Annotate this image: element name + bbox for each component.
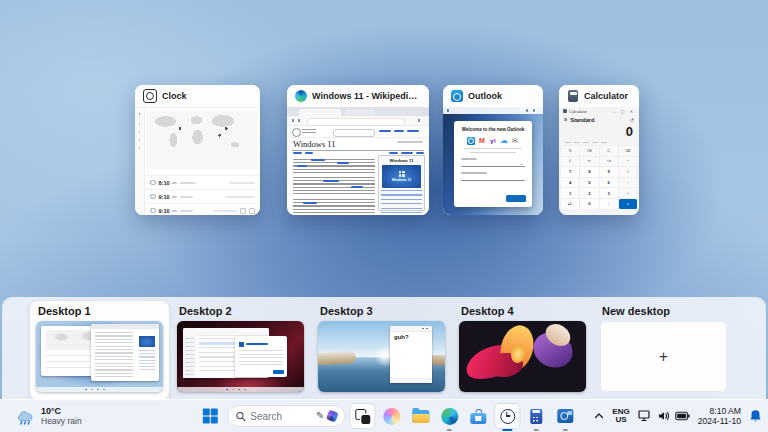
calc-key: ²√x: [600, 157, 618, 167]
shoreline-left: [318, 351, 356, 365]
battery-icon: [675, 411, 690, 421]
imap-mail-icon: ✉: [511, 137, 519, 145]
language-switcher[interactable]: ENG US: [612, 408, 629, 425]
chevron-up-icon: [594, 412, 604, 420]
search-input[interactable]: [250, 411, 302, 422]
outlook-provider-icon: [467, 137, 475, 145]
active-indicator: [502, 429, 512, 431]
keyboard-layout: US: [612, 416, 629, 425]
weather-widget[interactable]: 10°C Heavy rain: [8, 400, 88, 432]
edge-button[interactable]: [437, 404, 461, 428]
clock-app-button[interactable]: [495, 404, 519, 428]
desktop-1-thumbnail[interactable]: [36, 321, 163, 392]
desktop-4[interactable]: Desktop 4: [453, 301, 592, 400]
running-indicator: [447, 429, 452, 431]
desktop-2[interactable]: Desktop 2: [171, 301, 310, 400]
taskview-window-outlook[interactable]: Outlook Welcome to the new Outlook M y! …: [443, 85, 543, 215]
outlook-button[interactable]: [553, 404, 577, 428]
taskview-window-browser[interactable]: Windows 11 - Wikipedia and 1 more... Win…: [287, 85, 429, 215]
running-indicator: [563, 429, 568, 431]
wikipedia-logo-icon: [292, 128, 301, 137]
email-field: [461, 172, 525, 181]
infobox-rows: [381, 190, 422, 215]
calc-key: ÷: [619, 157, 637, 167]
taskview-window-clock[interactable]: Clock 8:10 am 9:10 am: [135, 85, 260, 215]
clock-app-icon: [500, 409, 515, 424]
calculator-window-preview: Calculator – ▢ ✕ ≡ Standard ↺ 0 % CE C ⌫…: [559, 107, 639, 215]
calc-equals-key: =: [619, 199, 637, 209]
search-icon: [235, 411, 246, 422]
inactive-tab: [345, 110, 375, 115]
window-title-bar: Calculator: [559, 85, 639, 107]
suggested-account-field: ⌄: [461, 158, 525, 167]
world-clock-list: 8:10 am 9:10 am 9:10 am: [145, 175, 260, 215]
chevron-down-icon: ⌄: [520, 160, 524, 166]
desktop-4-thumbnail[interactable]: [459, 321, 586, 392]
history-icon: ↺: [630, 117, 634, 123]
file-explorer-icon: [412, 410, 429, 423]
account-dropdown: ⌄: [461, 160, 525, 167]
hamburger-icon: ≡: [564, 115, 567, 124]
icloud-icon: ☁: [500, 137, 508, 145]
calculator-button[interactable]: [524, 404, 548, 428]
desktop-3-thumbnail[interactable]: guh?: [318, 321, 445, 392]
tray-time: 8:10 AM: [698, 406, 741, 416]
windows-logo-icon: [202, 408, 218, 424]
outlook-titlebar: [443, 107, 543, 114]
quick-settings[interactable]: [638, 410, 690, 422]
copilot-button[interactable]: [379, 404, 403, 428]
microsoft-store-button[interactable]: [466, 404, 490, 428]
visual-search-icon[interactable]: ✎: [316, 411, 324, 421]
taskview-window-calculator[interactable]: Calculator Calculator – ▢ ✕ ≡ Standard ↺…: [559, 85, 639, 215]
clock-time: 8:10: [159, 180, 170, 186]
new-desktop-tile[interactable]: +: [600, 321, 727, 392]
window-title: Outlook: [468, 91, 502, 101]
running-indicator: [534, 429, 539, 431]
notification-bell-icon[interactable]: [749, 409, 762, 423]
clock-time: 9:10: [159, 208, 170, 214]
search-highlights-icon[interactable]: [326, 410, 339, 423]
clock-date-widget[interactable]: 8:10 AM 2024-11-10: [698, 406, 741, 426]
edge-icon: [295, 90, 307, 102]
desktops-strip: Desktop 1 Desktop 2: [2, 297, 766, 400]
desktop-1[interactable]: Desktop 1: [30, 301, 169, 400]
article-text: [293, 159, 375, 212]
active-tab: [299, 109, 341, 116]
calc-key: 8: [580, 167, 598, 177]
article-infobox: Windows 11 Windows 11: [378, 155, 425, 211]
system-tray: ENG US 8:10 AM: [594, 400, 762, 432]
calculator-icon: [568, 90, 578, 102]
window-controls: – ▢ ✕: [613, 109, 635, 114]
new-desktop-label: New desktop: [602, 305, 727, 317]
desktop-label: Desktop 2: [179, 305, 304, 317]
promo-caption: Windows 11: [392, 178, 411, 182]
calc-key: 7: [561, 167, 579, 177]
desktop-2-thumbnail[interactable]: [177, 321, 304, 392]
infobox-title: Windows 11: [379, 158, 424, 163]
window-title: Calculator: [584, 91, 628, 101]
tray-overflow-button[interactable]: [594, 412, 604, 420]
microsoft-store-icon: [470, 409, 486, 424]
url-field: [307, 118, 405, 126]
clock-period: am: [172, 195, 177, 199]
new-desktop[interactable]: New desktop +: [594, 301, 733, 400]
browser-tab-bar: [287, 107, 429, 116]
calc-key: %: [561, 146, 579, 156]
edit-icon: [249, 208, 255, 214]
provider-icons-row: M y! ☁ ✉: [454, 136, 532, 145]
continue-button: [506, 195, 526, 202]
file-explorer-button[interactable]: [408, 404, 432, 428]
task-view-button[interactable]: [350, 404, 374, 428]
calc-key: 9: [600, 167, 618, 177]
clock-period: am: [172, 181, 177, 185]
welcome-title: Welcome to the new Outlook: [454, 127, 532, 132]
desktop-3[interactable]: Desktop 3 guh?: [312, 301, 451, 400]
calc-key: 1: [561, 188, 579, 198]
wiki-search-box: [333, 129, 375, 137]
search-box[interactable]: ✎: [227, 405, 345, 427]
world-map: [147, 111, 257, 169]
calc-key: 2: [580, 188, 598, 198]
city-label-bar: [180, 210, 193, 212]
clock-period: am: [172, 209, 177, 213]
start-button[interactable]: [198, 404, 222, 428]
